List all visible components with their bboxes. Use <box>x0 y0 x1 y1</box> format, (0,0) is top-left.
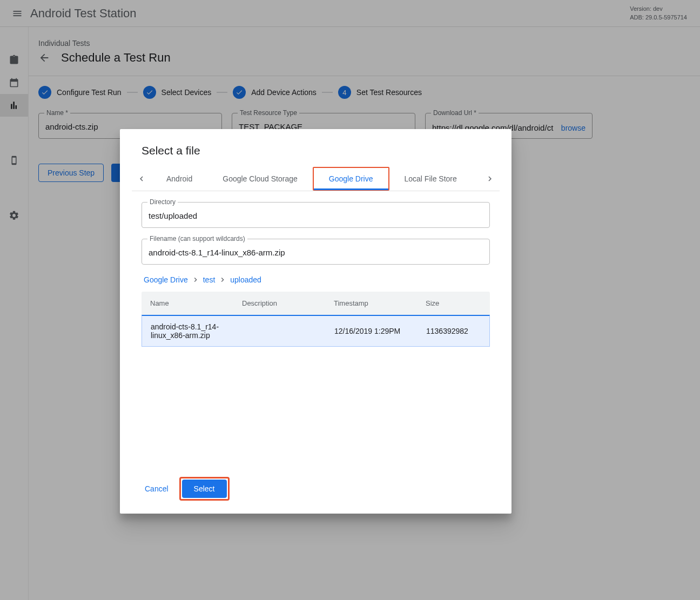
cell-timestamp: 12/16/2019 1:29PM <box>334 327 426 335</box>
filename-field[interactable]: Filename (can support wildcards) <box>142 239 490 265</box>
tab-local-file-store[interactable]: Local File Store <box>389 167 472 191</box>
tab-android[interactable]: Android <box>151 167 207 191</box>
crumb-test[interactable]: test <box>203 275 216 284</box>
tab-google-drive[interactable]: Google Drive <box>313 167 389 191</box>
tab-scroll-right[interactable] <box>480 167 500 191</box>
chevron-left-icon <box>137 174 146 184</box>
cell-name: android-cts-8.1_r14-linux_x86-arm.zip <box>151 322 243 340</box>
filename-label: Filename (can support wildcards) <box>147 235 247 242</box>
tab-gcs[interactable]: Google Cloud Storage <box>207 167 313 191</box>
tab-scroll-left[interactable] <box>132 167 151 191</box>
select-button[interactable]: Select <box>182 480 227 498</box>
table-row[interactable]: android-cts-8.1_r14-linux_x86-arm.zip 12… <box>142 315 490 347</box>
col-description: Description <box>242 299 334 307</box>
path-breadcrumbs: Google Drive test uploaded <box>142 275 490 284</box>
cancel-button[interactable]: Cancel <box>142 480 172 497</box>
cell-size: 1136392982 <box>426 327 491 335</box>
dialog-title: Select a file <box>120 144 511 167</box>
col-timestamp: Timestamp <box>334 299 426 307</box>
chevron-right-icon <box>218 275 227 284</box>
crumb-root[interactable]: Google Drive <box>144 275 188 284</box>
directory-field[interactable]: Directory <box>142 202 490 228</box>
crumb-uploaded[interactable]: uploaded <box>230 275 261 284</box>
chevron-right-icon <box>485 174 495 184</box>
filename-input[interactable] <box>149 248 483 257</box>
chevron-right-icon <box>191 275 200 284</box>
directory-label: Directory <box>147 198 178 206</box>
col-size: Size <box>426 299 490 307</box>
file-table: Name Description Timestamp Size android-… <box>142 292 490 347</box>
col-name: Name <box>150 299 242 307</box>
select-file-dialog: Select a file Android Google Cloud Stora… <box>120 129 511 514</box>
select-highlight: Select <box>179 477 230 501</box>
directory-input[interactable] <box>149 211 483 220</box>
